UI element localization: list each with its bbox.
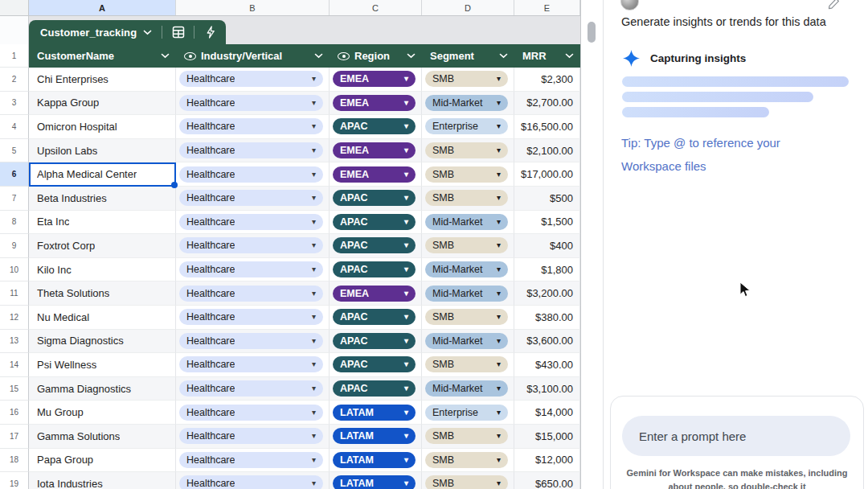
cell-customer-name[interactable]: Gamma Diagnostics <box>29 377 176 401</box>
region-dropdown-chip[interactable]: EMEA▾ <box>333 166 416 183</box>
cell-mrr[interactable]: $500 <box>514 187 580 211</box>
region-dropdown-chip[interactable]: APAC▾ <box>333 118 416 134</box>
prompt-input[interactable]: Enter a prompt here <box>622 416 850 456</box>
column-header-a[interactable]: A <box>29 0 176 15</box>
segment-dropdown-chip[interactable]: SMB▾ <box>425 475 508 489</box>
cell-region[interactable]: APAC▾ <box>330 353 422 377</box>
cell-industry[interactable]: Healthcare▾ <box>176 401 330 425</box>
select-all-corner[interactable] <box>0 0 29 15</box>
row-number[interactable]: 7 <box>0 187 29 211</box>
segment-dropdown-chip[interactable]: SMB▾ <box>425 356 508 372</box>
cell-region[interactable]: LATAM▾ <box>330 401 422 425</box>
cell-region[interactable]: APAC▾ <box>330 234 422 258</box>
cell-mrr[interactable]: $12,000 <box>514 449 580 473</box>
cell-segment[interactable]: SMB▾ <box>422 472 514 489</box>
cell-segment[interactable]: Mid-Market▾ <box>422 92 514 116</box>
cell-customer-name[interactable]: Chi Enterprises <box>29 68 176 92</box>
industry-dropdown-chip[interactable]: Healthcare▾ <box>179 405 323 421</box>
segment-dropdown-chip[interactable]: SMB▾ <box>425 142 508 158</box>
row-number[interactable]: 10 <box>0 258 29 282</box>
region-dropdown-chip[interactable]: LATAM▾ <box>333 428 416 444</box>
region-dropdown-chip[interactable]: APAC▾ <box>333 333 416 349</box>
cell-segment[interactable]: SMB▾ <box>422 68 514 92</box>
cell-region[interactable]: APAC▾ <box>330 258 422 282</box>
segment-dropdown-chip[interactable]: SMB▾ <box>425 428 508 444</box>
region-dropdown-chip[interactable]: EMEA▾ <box>333 71 416 87</box>
cell-region[interactable]: APAC▾ <box>330 211 422 235</box>
cell-segment[interactable]: SMB▾ <box>422 139 514 163</box>
header-cell-mrr[interactable]: MRR <box>514 44 580 68</box>
cell-segment[interactable]: SMB▾ <box>422 353 514 377</box>
region-dropdown-chip[interactable]: APAC▾ <box>333 190 416 206</box>
row-number[interactable]: 2 <box>0 68 29 92</box>
column-header-c[interactable]: C <box>330 0 422 15</box>
table-quick-actions-button[interactable] <box>194 20 226 44</box>
cell-region[interactable]: EMEA▾ <box>330 281 422 306</box>
cell-customer-name[interactable]: Psi Wellness <box>29 353 176 377</box>
industry-dropdown-chip[interactable]: Healthcare▾ <box>179 428 323 444</box>
cell-customer-name[interactable]: Omicron Hospital <box>29 115 176 139</box>
region-dropdown-chip[interactable]: APAC▾ <box>333 214 416 230</box>
cell-industry[interactable]: Healthcare▾ <box>176 330 330 354</box>
cell-mrr[interactable]: $16,500.00 <box>514 115 580 139</box>
cell-segment[interactable]: SMB▾ <box>422 425 514 449</box>
cell-customer-name[interactable]: Iota Industries <box>29 472 176 489</box>
cell-industry[interactable]: Healthcare▾ <box>176 92 330 116</box>
segment-dropdown-chip[interactable]: Enterprise▾ <box>425 118 508 134</box>
edit-pencil-icon[interactable] <box>828 0 840 13</box>
segment-dropdown-chip[interactable]: SMB▾ <box>425 190 508 206</box>
segment-dropdown-chip[interactable]: SMB▾ <box>425 71 508 87</box>
header-cell-customername[interactable]: CustomerName <box>29 44 176 68</box>
segment-dropdown-chip[interactable]: SMB▾ <box>425 166 508 183</box>
industry-dropdown-chip[interactable]: Healthcare▾ <box>179 452 323 468</box>
column-header-b[interactable]: B <box>176 0 330 15</box>
cell-industry[interactable]: Healthcare▾ <box>176 306 330 330</box>
cell-segment[interactable]: SMB▾ <box>422 449 514 473</box>
cell-mrr[interactable]: $14,000 <box>514 401 580 425</box>
header-cell-industry[interactable]: Industry/Vertical <box>176 44 330 68</box>
segment-dropdown-chip[interactable]: Mid-Market▾ <box>425 261 508 277</box>
cell-industry[interactable]: Healthcare▾ <box>176 377 330 401</box>
cell-mrr[interactable]: $2,700.00 <box>514 92 580 116</box>
cell-industry[interactable]: Healthcare▾ <box>176 425 330 449</box>
cell-industry[interactable]: Healthcare▾ <box>176 449 330 473</box>
industry-dropdown-chip[interactable]: Healthcare▾ <box>179 333 323 349</box>
region-dropdown-chip[interactable]: LATAM▾ <box>333 405 416 421</box>
cell-mrr[interactable]: $3,200.00 <box>514 281 580 306</box>
cell-customer-name[interactable]: Foxtrot Corp <box>29 234 176 258</box>
segment-dropdown-chip[interactable]: Mid-Market▾ <box>425 286 508 302</box>
cell-industry[interactable]: Healthcare▾ <box>176 281 330 306</box>
row-number[interactable]: 4 <box>0 115 29 139</box>
region-dropdown-chip[interactable]: APAC▾ <box>333 380 416 397</box>
cell-segment[interactable]: Enterprise▾ <box>422 115 514 139</box>
region-dropdown-chip[interactable]: APAC▾ <box>333 356 416 372</box>
cell-region[interactable]: APAC▾ <box>330 330 422 354</box>
industry-dropdown-chip[interactable]: Healthcare▾ <box>179 142 323 158</box>
cell-industry[interactable]: Healthcare▾ <box>176 472 330 489</box>
column-header-d[interactable]: D <box>422 0 514 15</box>
row-number[interactable]: 11 <box>0 281 29 306</box>
column-header-e[interactable]: E <box>514 0 580 15</box>
cell-region[interactable]: APAC▾ <box>330 187 422 211</box>
row-number[interactable]: 14 <box>0 353 29 377</box>
row-number[interactable]: 3 <box>0 92 29 116</box>
cell-segment[interactable]: Mid-Market▾ <box>422 211 514 235</box>
industry-dropdown-chip[interactable]: Healthcare▾ <box>179 237 323 253</box>
row-number[interactable]: 19 <box>0 472 29 489</box>
cell-region[interactable]: LATAM▾ <box>330 472 422 489</box>
cell-mrr[interactable]: $3,600.00 <box>514 330 580 354</box>
cell-customer-name[interactable]: Sigma Diagnostics <box>29 330 176 354</box>
cell-region[interactable]: LATAM▾ <box>330 425 422 449</box>
cell-industry[interactable]: Healthcare▾ <box>176 115 330 139</box>
cell-customer-name[interactable]: Mu Group <box>29 401 176 425</box>
row-number[interactable]: 1 <box>0 44 29 68</box>
industry-dropdown-chip[interactable]: Healthcare▾ <box>179 166 323 183</box>
cell-segment[interactable]: Mid-Market▾ <box>422 330 514 354</box>
row-number[interactable]: 13 <box>0 330 29 354</box>
cell-mrr[interactable]: $400 <box>514 234 580 258</box>
region-dropdown-chip[interactable]: EMEA▾ <box>333 95 416 111</box>
cell-mrr[interactable]: $15,000 <box>514 425 580 449</box>
cell-industry[interactable]: Healthcare▾ <box>176 187 330 211</box>
cell-mrr[interactable]: $650.00 <box>514 472 580 489</box>
industry-dropdown-chip[interactable]: Healthcare▾ <box>179 190 323 206</box>
